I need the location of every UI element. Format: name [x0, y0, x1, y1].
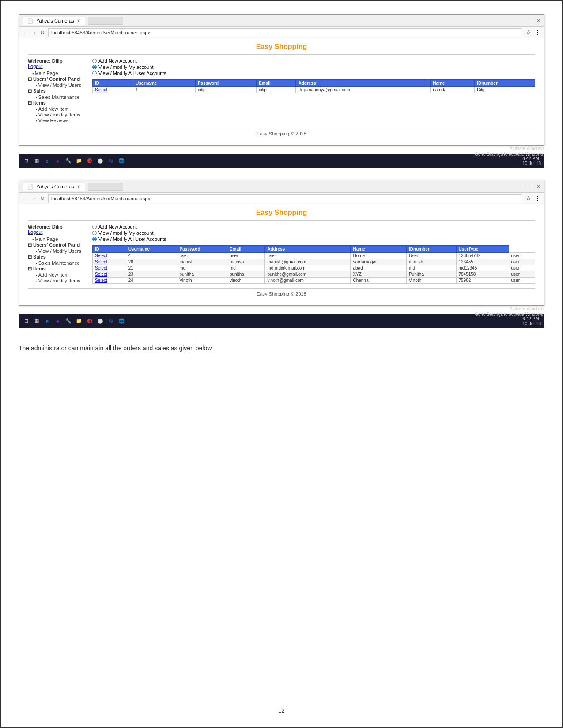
- sidebar-view-modify-users-2[interactable]: View / Modify Users: [28, 248, 85, 254]
- th-password-1: Password: [195, 80, 256, 87]
- th-username-2: Username: [126, 246, 177, 253]
- radio-input-view-my-1[interactable]: [92, 65, 97, 69]
- sidebar-view-modify-users-1[interactable]: View / Modify Users: [28, 83, 85, 88]
- taskbar-icon-vs-1[interactable]: ◈: [54, 157, 62, 165]
- radio-view-my-2[interactable]: View / modify My account: [92, 230, 535, 236]
- cell-select-2-1[interactable]: Select: [93, 253, 126, 259]
- cell-select-2-4[interactable]: Select: [93, 271, 126, 278]
- close-btn-1[interactable]: ✕: [537, 18, 540, 23]
- forward-btn-1[interactable]: →: [31, 30, 37, 36]
- logout-link-1[interactable]: Logout: [28, 64, 85, 69]
- back-btn-1[interactable]: ←: [23, 30, 28, 36]
- taskbar-icon-word-1[interactable]: W: [107, 157, 115, 165]
- taskbar-icon-a-1[interactable]: 🅐: [86, 157, 94, 165]
- sidebar-sales-maintenance-2[interactable]: Sales Maintenance: [28, 260, 85, 266]
- bookmark-icon-2[interactable]: ☆: [526, 195, 531, 202]
- radio-view-all-2[interactable]: View / Modify All User Accounts: [92, 236, 535, 242]
- restore-btn-2[interactable]: □: [530, 184, 533, 189]
- browser-controls-1: – □ ✕: [524, 18, 540, 23]
- radio-input-add-new-2[interactable]: [92, 225, 97, 229]
- minimize-btn-2[interactable]: –: [524, 184, 526, 189]
- collapse-icon-items-1: ⊟: [28, 100, 33, 105]
- start-icon-2[interactable]: ⊞: [22, 317, 30, 325]
- taskbar-time-2: 6:42 PM 10-Jul-18: [522, 316, 541, 326]
- sidebar-items-2: ⊟ Items: [28, 266, 85, 272]
- th-usertype-2: UserType: [456, 246, 509, 253]
- back-btn-2[interactable]: ←: [23, 195, 28, 202]
- radio-view-my-1[interactable]: View / modify My account: [92, 64, 535, 70]
- th-id-1: ID: [93, 80, 133, 87]
- address-input-2[interactable]: [48, 194, 522, 203]
- app-title-2: Easy Shopping: [28, 209, 535, 217]
- tab-close-2[interactable]: ✕: [77, 184, 80, 189]
- cell-email-1-1: dilip.maheriya@gmail.com: [296, 87, 431, 93]
- logout-link-2[interactable]: Logout: [28, 229, 85, 235]
- sidebar-main-page-2[interactable]: Main Page: [28, 236, 85, 242]
- radio-input-add-new-1[interactable]: [92, 59, 97, 63]
- cell-select-2-3[interactable]: Select: [93, 265, 126, 271]
- sidebar-add-new-item-2[interactable]: Add New Item: [28, 272, 85, 278]
- browser-tab-1[interactable]: 📄 Yahya's Cameras ✕: [23, 17, 85, 25]
- collapse-icon-2: ⊟: [28, 242, 33, 248]
- th-email-1: Email: [257, 80, 296, 87]
- taskbar-icon-folder-1[interactable]: 📁: [75, 157, 83, 165]
- refresh-btn-1[interactable]: ↻: [40, 30, 45, 36]
- minimize-btn-1[interactable]: –: [524, 18, 526, 23]
- radio-input-view-all-1[interactable]: [92, 71, 97, 75]
- taskbar-icon-folder-2[interactable]: 📁: [75, 317, 83, 325]
- browser-tab-2[interactable]: 📄 Yahya's Cameras ✕: [23, 183, 85, 191]
- sidebar-view-modify-items-2[interactable]: View / modify Items: [28, 278, 85, 283]
- taskbar-icon-chrome-2[interactable]: 🌐: [117, 317, 125, 325]
- bookmark-icon-1[interactable]: ☆: [526, 29, 531, 36]
- tab-close-1[interactable]: ✕: [77, 19, 80, 23]
- table-row: Select 4 user user user Home User 123654…: [93, 253, 535, 259]
- page-container: 📄 Yahya's Cameras ✕ – □ ✕ ← → ↻ ☆ ⋮: [1, 1, 562, 727]
- taskbar-icon-word-2[interactable]: W: [107, 317, 115, 325]
- forward-btn-2[interactable]: →: [31, 195, 37, 202]
- new-tab-2[interactable]: [88, 183, 123, 191]
- start-icon-1[interactable]: ⊞: [22, 157, 30, 165]
- restore-btn-1[interactable]: □: [530, 18, 533, 23]
- taskbar-icon-circle-2[interactable]: ⬤: [96, 317, 104, 325]
- sidebar-main-page-1[interactable]: Main Page: [28, 71, 85, 76]
- menu-icon-2[interactable]: ⋮: [535, 195, 540, 202]
- th-email-2: Email: [227, 246, 264, 253]
- taskbar-icon-circle-1[interactable]: ⬤: [96, 157, 104, 165]
- sidebar-sales-2: ⊟ Sales: [28, 254, 85, 260]
- sidebar-add-new-item-1[interactable]: Add New Item: [28, 106, 85, 112]
- cell-select-1-1[interactable]: Select: [93, 87, 133, 93]
- sidebar-view-modify-items-1[interactable]: View / modify Items: [28, 112, 85, 117]
- radio-input-view-my-2[interactable]: [92, 231, 97, 235]
- taskbar-icon-edge-2[interactable]: e: [43, 317, 51, 325]
- sidebar-view-reviews-1[interactable]: View Reviews: [28, 118, 85, 123]
- taskbar-icon-edge-1[interactable]: e: [43, 157, 51, 165]
- welcome-text-2: Welcome: Dilip: [28, 224, 85, 229]
- close-btn-2[interactable]: ✕: [537, 184, 540, 189]
- cell-select-2-5[interactable]: Select: [93, 278, 126, 284]
- th-address-2: Address: [265, 246, 351, 253]
- app-layout-2: Welcome: Dilip Logout Main Page ⊟ Users'…: [28, 224, 535, 284]
- refresh-btn-2[interactable]: ↻: [40, 195, 45, 202]
- taskbar-icon-chrome-1[interactable]: 🌐: [117, 157, 125, 165]
- address-input-1[interactable]: [48, 28, 522, 37]
- new-tab-1[interactable]: [88, 17, 123, 25]
- cell-select-2-2[interactable]: Select: [93, 259, 126, 265]
- menu-icon-1[interactable]: ⋮: [535, 29, 540, 36]
- tab-label-2: Yahya's Cameras: [36, 184, 74, 189]
- taskbar-right-1: 6:42 PM 10-Jul-18: [522, 156, 541, 166]
- app-footer-2: Easy Shopping © 2018: [28, 288, 535, 296]
- welcome-text-1: Welcome: Dilip: [28, 58, 85, 64]
- table-header-1: ID Username Password Email Address Name …: [93, 80, 535, 87]
- radio-view-all-1[interactable]: View / Modify All User Accounts: [92, 71, 535, 76]
- taskbar-icon-tools-2[interactable]: 🔧: [64, 317, 72, 325]
- taskbar-icon-a-2[interactable]: 🅐: [86, 317, 94, 325]
- sidebar-2: Welcome: Dilip Logout Main Page ⊟ Users'…: [28, 224, 85, 284]
- radio-add-new-2[interactable]: Add New Account: [92, 224, 535, 229]
- radio-add-new-1[interactable]: Add New Account: [92, 58, 535, 64]
- taskbar-icon-vs-2[interactable]: ◈: [54, 317, 62, 325]
- radio-input-view-all-2[interactable]: [92, 237, 97, 241]
- taskbar-icon-tools-1[interactable]: 🔧: [64, 157, 72, 165]
- sidebar-sales-maintenance-1[interactable]: Sales Maintenance: [28, 94, 85, 100]
- taskbar-icon-grid-2[interactable]: ▦: [33, 317, 41, 325]
- taskbar-icon-grid-1[interactable]: ▦: [33, 157, 41, 165]
